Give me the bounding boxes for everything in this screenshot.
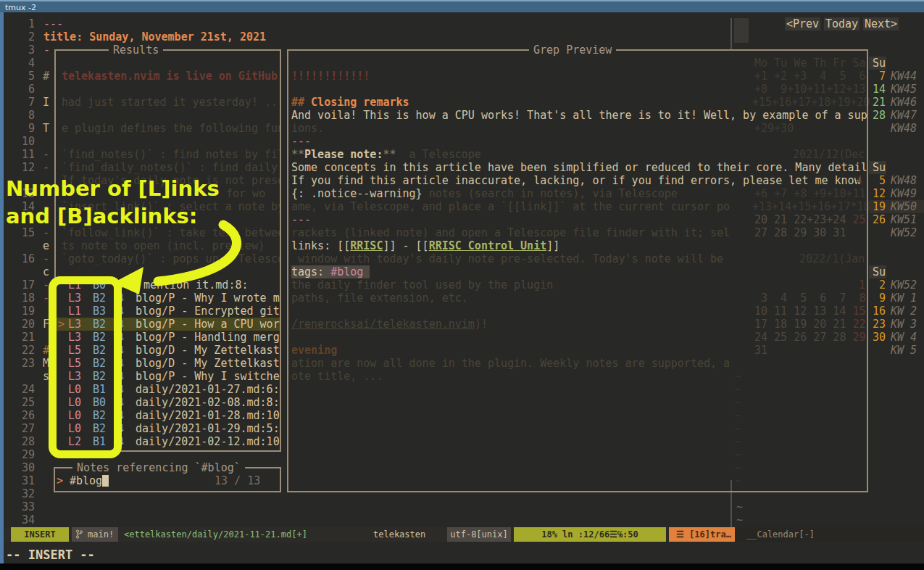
calendar-day[interactable]: 16 — [870, 305, 886, 318]
plugin-name: telekasten — [373, 527, 425, 542]
line-number: 34 — [20, 513, 35, 526]
grep-preview-title: Grep Preview — [529, 44, 616, 57]
calendar-week-number: KW50 — [891, 200, 917, 213]
calendar-week-number: KW 4 — [891, 331, 917, 344]
empty-line-tilde: ~ — [736, 513, 743, 526]
statusbar: INSERT main! <ettelkasten/daily/2021-11-… — [4, 527, 924, 542]
line-number: 27 — [20, 422, 35, 435]
calendar-week-number: KW 3 — [891, 318, 917, 331]
calendar-week-number: KW46 — [891, 96, 917, 109]
line-number: 10 — [20, 135, 35, 148]
line-number: 5 — [20, 70, 35, 83]
calendar-prev-button[interactable]: <Prev — [785, 17, 820, 30]
mode-indicator: INSERT — [11, 527, 69, 542]
calendar-next-button[interactable]: Next> — [863, 17, 899, 30]
tmux-title: tmux -2 — [5, 3, 36, 12]
text-row: --- — [43, 17, 63, 30]
git-branch-label: main! — [88, 529, 114, 540]
line-number: 25 — [20, 396, 35, 409]
git-branch-segment: main! — [72, 527, 118, 542]
result-name: daily/2021-01-28.md:10 — [136, 409, 281, 422]
calendar-week-number: KW44 — [891, 70, 917, 83]
terminal-content: <Prev Today Next> 1234567891011121314151… — [0, 12, 924, 563]
result-name: blog/P - How a CPU wor — [136, 318, 281, 331]
calendar-week-number: KW 5 — [891, 344, 917, 357]
line-number: 4 — [20, 57, 35, 70]
calendar-week-number: KW52 — [891, 278, 917, 292]
text-row: - — [43, 44, 50, 57]
calendar-day[interactable]: 28 — [870, 109, 886, 122]
line-number: 12 — [20, 161, 35, 174]
line-number: 21 — [20, 331, 35, 344]
calendar-day[interactable]: 23 — [870, 318, 886, 331]
calendar-day[interactable]: 14 — [870, 83, 886, 96]
empty-line-tilde: ~ — [736, 500, 743, 513]
line-number: 7 — [20, 96, 35, 109]
trailing-whitespace-warning: ☰ [16]tra… — [669, 527, 738, 542]
calendar-day[interactable]: 12 — [870, 187, 886, 200]
line-number: 31 — [20, 474, 35, 487]
line-number: 9 — [20, 122, 35, 135]
line-number: 11 — [20, 148, 35, 161]
annotation-text-line1: Number of [L]inks — [6, 175, 220, 202]
calendar-week-number: KW52 — [891, 226, 917, 239]
line-number: 33 — [20, 500, 35, 513]
calendar-day[interactable]: 5 — [870, 174, 886, 187]
calendar-day[interactable]: 30 — [870, 331, 886, 344]
result-name: daily/2021-01-27.md:6: — [136, 383, 281, 396]
calendar-day[interactable]: 2 — [870, 278, 886, 292]
text-segment: - — [43, 44, 50, 57]
calendar-day[interactable]: 19 — [870, 200, 886, 213]
text-segment: title: Sunday, November 21st, 2021 — [43, 30, 266, 44]
scrollbar-thumb[interactable] — [734, 18, 749, 43]
line-number: 6 — [20, 83, 35, 96]
git-branch-icon — [76, 529, 83, 539]
window-separator-top — [731, 18, 732, 49]
annotation-highlight-box — [49, 276, 122, 458]
result-name: blog/P - Encrypted git — [136, 305, 281, 318]
gutter-mark: - — [43, 148, 49, 161]
gutter-mark: # — [43, 70, 49, 83]
vim-mode-message: -- INSERT -- — [6, 548, 95, 562]
gutter-mark: I — [43, 96, 49, 109]
text-cursor — [102, 475, 109, 487]
calendar-weekday-header: Su — [870, 161, 886, 174]
calendar-week-number: KW48 — [891, 122, 917, 135]
gutter-mark: c — [43, 265, 49, 278]
pane-border-left — [0, 12, 4, 563]
calendar-weekday-header: Su — [870, 57, 886, 70]
terminal-screen: tmux -2 <Prev Today Next> 12345678910111… — [0, 0, 924, 570]
calendar-day[interactable]: 9 — [870, 292, 886, 305]
line-number: 19 — [20, 305, 35, 318]
file-encoding: utf-8[unix] — [447, 527, 511, 542]
prompt-input[interactable]: #blog — [70, 474, 102, 487]
calendar-week-number: KW 2 — [891, 305, 917, 318]
calendar-today-button[interactable]: Today — [824, 17, 860, 30]
annotation-arrow-icon — [101, 216, 254, 297]
results-title: Results — [109, 44, 163, 57]
line-number: 16 — [20, 252, 35, 265]
line-number: 20 — [20, 318, 35, 331]
result-name: blog/D - My Zettelkast — [136, 344, 281, 357]
cursor-position: 18% ln :12/66☰℅:50 — [514, 527, 666, 542]
line-number: 28 — [20, 435, 35, 448]
gutter-mark: - — [43, 161, 49, 174]
calendar-day[interactable]: 7 — [870, 70, 886, 83]
tmux-titlebar: tmux -2 — [0, 0, 924, 12]
line-number: 1 — [20, 17, 35, 30]
line-number: 2 — [20, 30, 35, 44]
line-number: 30 — [20, 461, 35, 474]
result-name: daily/2021-02-12.md:10 — [136, 435, 281, 448]
line-number: 8 — [20, 109, 35, 122]
gutter-mark: - — [43, 252, 49, 265]
line-number: 17 — [20, 278, 35, 292]
calendar-week-number: KW49 — [891, 187, 917, 200]
text-segment: --- — [43, 17, 63, 30]
calendar-week-number: KW51 — [891, 213, 917, 226]
calendar-weekday-header: Su — [870, 265, 886, 278]
calendar-day[interactable]: 21 — [870, 96, 886, 109]
line-number: 29 — [20, 448, 35, 461]
result-counter: 13 / 13 — [215, 474, 260, 487]
calendar-day[interactable]: 26 — [870, 213, 886, 226]
line-number: 26 — [20, 409, 35, 422]
